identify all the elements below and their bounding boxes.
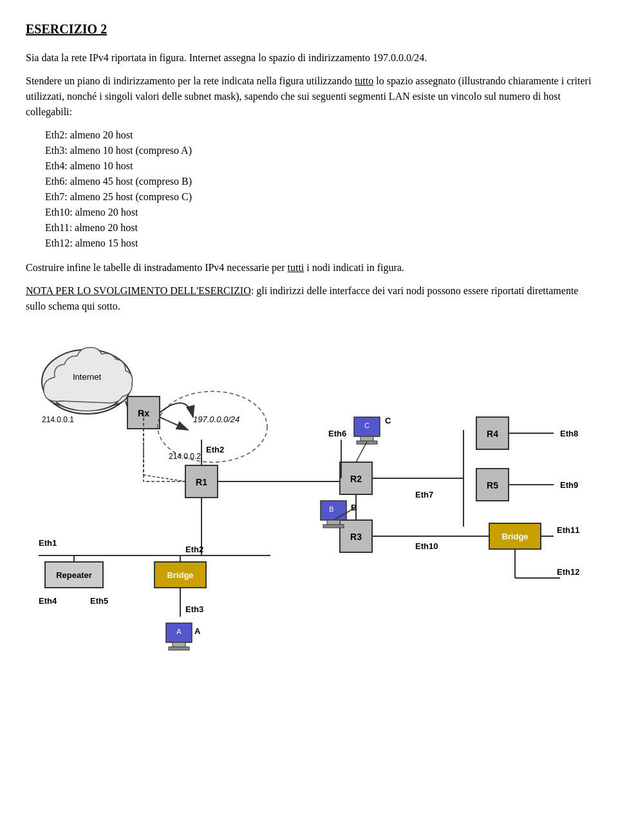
svg-text:Eth8: Eth8 — [560, 429, 578, 438]
paragraph-3: Costruire infine le tabelle di instradam… — [26, 260, 592, 275]
svg-line-71 — [160, 417, 188, 430]
svg-text:A: A — [176, 628, 182, 635]
svg-rect-64 — [169, 647, 189, 650]
svg-text:B: B — [329, 505, 333, 513]
network-diagram: Internet Rx 214.0.0.1 197.0.0.0/24 214.0… — [26, 327, 592, 687]
svg-text:Eth5: Eth5 — [90, 596, 108, 606]
svg-text:R2: R2 — [350, 474, 362, 484]
list-item: Eth7: almeno 25 host (compreso C) — [45, 189, 592, 205]
list-item: Eth6: almeno 45 host (compreso B) — [45, 174, 592, 189]
paragraph-2: Stendere un piano di indirizzamento per … — [26, 73, 592, 120]
list-item: Eth10: almeno 20 host — [45, 205, 592, 220]
svg-text:Eth7: Eth7 — [415, 490, 433, 499]
svg-text:Eth10: Eth10 — [415, 541, 438, 551]
paragraph-1: Sia data la rete IPv4 riportata in figur… — [26, 50, 592, 66]
svg-text:214.0.0.2: 214.0.0.2 — [169, 452, 201, 461]
svg-line-29 — [356, 442, 367, 462]
svg-text:R4: R4 — [487, 429, 498, 439]
svg-text:C: C — [364, 422, 370, 429]
svg-text:Bridge: Bridge — [501, 532, 528, 541]
list-item: Eth12: almeno 15 host — [45, 236, 592, 251]
host-list: Eth2: almeno 20 host Eth3: almeno 10 hos… — [45, 127, 592, 251]
svg-text:Eth6: Eth6 — [328, 429, 346, 438]
list-item: Eth2: almeno 20 host — [45, 127, 592, 143]
svg-text:R5: R5 — [487, 480, 498, 490]
page-title: ESERCIZIO 2 — [26, 19, 592, 39]
svg-text:Eth9: Eth9 — [560, 480, 578, 490]
svg-text:C: C — [385, 416, 391, 425]
list-item: Eth3: almeno 10 host (compreso A) — [45, 143, 592, 158]
internet-cloud: Internet — [42, 348, 133, 414]
list-item: Eth4: almeno 10 host — [45, 158, 592, 174]
svg-text:A: A — [194, 626, 201, 636]
svg-text:Eth1: Eth1 — [39, 538, 57, 548]
svg-text:Eth3: Eth3 — [185, 604, 203, 614]
svg-text:Internet: Internet — [73, 372, 101, 382]
svg-text:Eth4: Eth4 — [39, 596, 57, 606]
svg-line-15 — [144, 475, 185, 481]
svg-text:197.0.0.0/24: 197.0.0.0/24 — [193, 415, 239, 424]
svg-text:R1: R1 — [196, 477, 207, 487]
diagram-svg: Internet Rx 214.0.0.1 197.0.0.0/24 214.0… — [26, 327, 592, 687]
list-item: Eth11: almeno 20 host — [45, 220, 592, 236]
svg-text:Eth12: Eth12 — [557, 567, 579, 577]
svg-rect-35 — [323, 525, 344, 528]
note-paragraph: NOTA PER LO SVOLGIMENTO DELL'ESERCIZIO: … — [26, 283, 592, 314]
svg-text:Eth11: Eth11 — [557, 525, 579, 535]
svg-text:214.0.0.1: 214.0.0.1 — [42, 415, 74, 424]
svg-text:Eth2: Eth2 — [206, 445, 224, 454]
svg-text:Repeater: Repeater — [56, 570, 92, 580]
svg-text:Eth2: Eth2 — [185, 545, 203, 554]
svg-text:Bridge: Bridge — [167, 570, 193, 580]
svg-text:R3: R3 — [350, 532, 362, 542]
